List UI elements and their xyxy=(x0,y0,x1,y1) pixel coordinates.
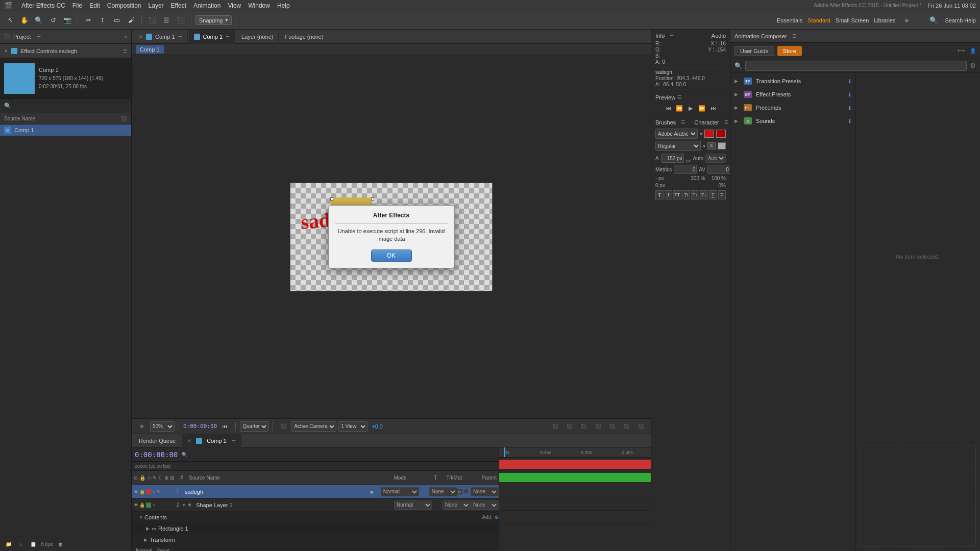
layer-2-name[interactable]: Shape Layer 1 xyxy=(194,502,394,508)
viewer-btn-6[interactable]: ⬛ xyxy=(620,421,632,432)
arrow-tool[interactable]: ↖ xyxy=(4,15,16,26)
prev-first-btn[interactable]: ⏮ xyxy=(664,104,673,113)
layer-tab[interactable]: Layer (none) xyxy=(236,30,279,44)
project-search-input[interactable] xyxy=(11,103,127,109)
camera-select[interactable]: Active Camera xyxy=(291,421,336,432)
menu-effect[interactable]: Effect xyxy=(171,2,186,9)
view-options-btn[interactable]: ⬛ xyxy=(277,421,289,432)
layer-1-trkmat[interactable]: None xyxy=(429,487,457,496)
layer-1-solo[interactable]: ☆ xyxy=(152,489,156,494)
mask-icon[interactable]: ⬛ xyxy=(463,489,469,494)
info-menu[interactable]: ☰ xyxy=(670,33,674,38)
delete-btn[interactable]: 🗑 xyxy=(56,540,65,549)
anim-user-icon[interactable]: 👤 xyxy=(970,48,976,54)
reset-label[interactable]: Reset xyxy=(156,548,169,551)
project-item-comp1[interactable]: C Comp 1 xyxy=(0,124,131,136)
new-comp-btn[interactable]: 📋 xyxy=(29,540,38,549)
menu-view[interactable]: View xyxy=(228,2,241,9)
align-left-tool[interactable]: ⬛ xyxy=(146,15,158,26)
menu-composition[interactable]: Composition xyxy=(107,2,141,9)
anim-item-effect-presets[interactable]: ▶ EP Effect Presets ℹ xyxy=(730,88,855,101)
ep-info[interactable]: ℹ xyxy=(849,92,851,97)
layer-row-2[interactable]: 👁 🔒 ☆ 2 ▾ ★ Shape Layer 1 Normal xyxy=(132,498,499,512)
sublayer-contents[interactable]: ▾ Contents Add: ⊕ xyxy=(132,512,499,523)
layer-2-trkmat[interactable]: None xyxy=(443,500,471,510)
layer-1-mode[interactable]: Normal xyxy=(381,487,419,496)
import-btn[interactable]: ↓ xyxy=(16,540,26,549)
pen-tool[interactable]: ✏ xyxy=(82,15,94,26)
search-button[interactable]: 🔍 xyxy=(927,15,940,26)
layer-1-eye[interactable]: 👁 xyxy=(134,489,138,494)
text-tool[interactable]: T xyxy=(96,15,109,26)
project-search-bar[interactable]: 🔍 xyxy=(0,99,131,113)
comp-timeline-menu[interactable]: ☰ xyxy=(232,438,236,443)
render-queue-tab[interactable]: Render Queue xyxy=(134,434,181,448)
viewer-btn-4[interactable]: ⬛ xyxy=(592,421,604,432)
rotate-tool[interactable]: ↺ xyxy=(47,15,59,26)
layer-1-name[interactable]: sadegh xyxy=(183,489,371,495)
layer-1-parent[interactable]: None xyxy=(471,487,499,496)
menu-file[interactable]: File xyxy=(72,2,82,9)
brush-tool[interactable]: 🖌 xyxy=(125,15,137,26)
comp-breadcrumb[interactable]: Comp 1 xyxy=(136,45,164,54)
menu-app[interactable]: After Effects CC xyxy=(21,2,65,9)
handle-tl[interactable] xyxy=(330,197,333,201)
layer-2-solo[interactable]: ☆ xyxy=(152,503,156,507)
menu-animation[interactable]: Animation xyxy=(193,2,220,9)
kerning-input[interactable] xyxy=(707,165,730,174)
pc-info[interactable]: ℹ xyxy=(849,105,851,111)
prev-last-btn[interactable]: ⏭ xyxy=(708,104,718,113)
stroke-color-swatch[interactable] xyxy=(716,130,726,138)
prev-back-btn[interactable]: ⏪ xyxy=(675,104,684,113)
layer-1-motion[interactable]: ✎ xyxy=(157,489,160,494)
strikethrough-btn[interactable]: T xyxy=(718,190,726,199)
anim-composer-menu[interactable]: ☰ xyxy=(792,34,796,39)
comp-timeline-close[interactable]: ✕ xyxy=(187,438,191,443)
layer-2-eye[interactable]: 👁 xyxy=(134,503,138,508)
s-info[interactable]: ℹ xyxy=(849,118,851,124)
viewer-btn-3[interactable]: ⬛ xyxy=(577,421,590,432)
zoom-tool[interactable]: 🔍 xyxy=(33,15,45,26)
camera-tool[interactable]: 📷 xyxy=(61,15,74,26)
view-count-select[interactable]: 1 View 2 Views xyxy=(338,421,368,432)
prev-forward-btn[interactable]: ⏩ xyxy=(697,104,706,113)
alert-ok-button[interactable]: OK xyxy=(371,249,412,262)
sublayer-transform[interactable]: ▶ Transform xyxy=(132,534,499,545)
menu-help[interactable]: Help xyxy=(277,2,290,9)
time-cursor[interactable] xyxy=(504,447,505,457)
anim-expand-btn[interactable]: ⟷ xyxy=(958,48,965,54)
auto-leading-select[interactable]: Auto xyxy=(705,154,726,163)
viewer-btn-2[interactable]: ⬛ xyxy=(563,421,575,432)
workspace-standard[interactable]: Standard xyxy=(807,17,830,23)
viewer-btn-5[interactable]: ⬛ xyxy=(606,421,618,432)
align-center-tool[interactable]: ☰ xyxy=(160,15,173,26)
user-guide-btn[interactable]: User Guide xyxy=(734,46,774,56)
viewer-settings-btn[interactable]: ⚙ xyxy=(136,421,148,432)
panel-menu-icon[interactable]: ☰ xyxy=(37,34,41,39)
footage-tab[interactable]: Footage (none) xyxy=(280,30,329,44)
preview-menu[interactable]: ☰ xyxy=(677,95,681,100)
sort-icon[interactable]: ⬛ xyxy=(121,116,127,121)
italic-btn[interactable]: T xyxy=(665,190,673,199)
super-btn[interactable]: T↑ xyxy=(691,190,699,199)
font-style-dropdown[interactable]: ▾ xyxy=(703,143,705,149)
close-tab-btn[interactable]: ✕ xyxy=(4,48,8,54)
rectangle1-expand[interactable]: ▶ xyxy=(146,526,150,531)
transform-expand[interactable]: ▶ xyxy=(144,537,148,542)
search-help-label[interactable]: Search Help xyxy=(945,17,976,23)
transparent-swatch[interactable] xyxy=(718,142,726,149)
font-family-select[interactable]: Adobe Arabic xyxy=(655,129,698,139)
workspace-essentials[interactable]: Essentials xyxy=(777,17,802,23)
underline-btn[interactable]: T xyxy=(709,190,717,199)
character-menu[interactable]: ☰ xyxy=(724,120,728,125)
store-btn[interactable]: Store xyxy=(777,46,802,56)
contents-expand[interactable]: ▾ xyxy=(140,515,142,520)
swap-colors-btn[interactable]: ⇅ xyxy=(707,142,716,149)
layer-1-expand[interactable]: ▶ xyxy=(371,489,381,494)
font-family-dropdown[interactable]: ▾ xyxy=(700,131,702,137)
brushes-menu[interactable]: ☰ xyxy=(681,120,685,125)
viewer-btn-7[interactable]: ⬛ xyxy=(634,421,647,432)
workspace-libraries[interactable]: Libraries xyxy=(874,17,895,23)
new-folder-btn[interactable]: 📁 xyxy=(4,540,13,549)
viewer-btn-1[interactable]: ⬛ xyxy=(549,421,561,432)
